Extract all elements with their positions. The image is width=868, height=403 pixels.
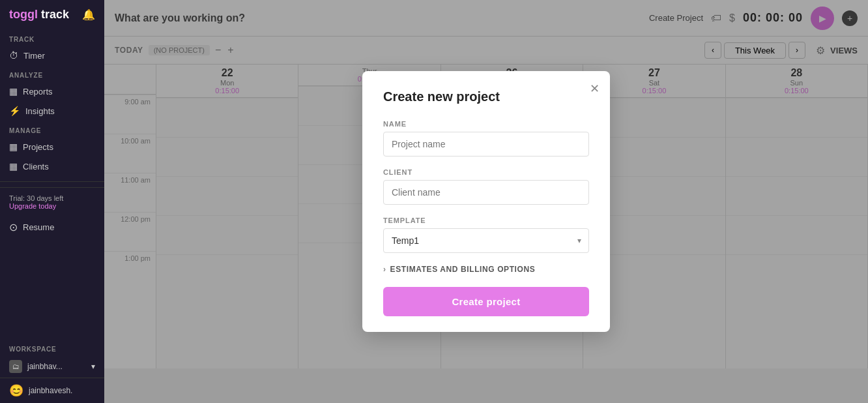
create-project-submit-button[interactable]: Create project <box>383 287 589 316</box>
bell-icon[interactable]: 🔔 <box>82 8 95 21</box>
sidebar-item-reports[interactable]: ▦ Reports <box>0 82 104 101</box>
upgrade-link[interactable]: Upgrade today <box>9 202 56 210</box>
sidebar-item-projects[interactable]: ▦ Projects <box>0 137 104 157</box>
workspace-section: WORKSPACE 🗂 jainbhav... ▾ 😊 jainbhavesh. <box>0 340 104 403</box>
workspace-icon: 🗂 <box>9 360 22 373</box>
trial-info: Trial: 30 days left Upgrade today <box>0 187 104 216</box>
project-name-input[interactable] <box>383 132 589 157</box>
chevron-right-icon: › <box>383 265 386 274</box>
resume-icon: ⊙ <box>9 221 18 233</box>
template-field-group: TEMPLATE Temp1 Temp2 None ▾ <box>383 216 589 253</box>
logo-track: track <box>41 8 69 21</box>
estimates-toggle[interactable]: › ESTIMATES AND BILLING OPTIONS <box>383 265 589 274</box>
sidebar: toggl track 🔔 TRACK ⏱ Timer ANALYZE ▦ Re… <box>0 0 104 403</box>
track-section-label: TRACK <box>0 29 104 46</box>
logo-area: toggl track 🔔 <box>0 0 104 29</box>
projects-icon: ▦ <box>9 142 18 152</box>
sidebar-item-insights-label: Insights <box>25 106 55 116</box>
template-select[interactable]: Temp1 Temp2 None <box>383 228 589 253</box>
workspace-label: WORKSPACE <box>0 340 104 355</box>
client-field-group: CLIENT <box>383 168 589 205</box>
modal-close-button[interactable]: ✕ <box>590 82 600 96</box>
reports-icon: ▦ <box>9 86 18 97</box>
timer-icon: ⏱ <box>9 50 18 61</box>
sidebar-item-reports-label: Reports <box>23 87 53 97</box>
trial-text: Trial: 30 days left <box>9 194 63 202</box>
sidebar-item-insights[interactable]: ⚡ Insights <box>0 101 104 121</box>
workspace-item[interactable]: 🗂 jainbhav... ▾ <box>0 355 104 378</box>
resume-label: Resume <box>23 222 54 232</box>
sidebar-item-projects-label: Projects <box>23 142 53 152</box>
sidebar-item-clients[interactable]: ▦ Clients <box>0 157 104 176</box>
modal-title: Create new project <box>383 89 589 104</box>
template-label: TEMPLATE <box>383 216 589 224</box>
manage-section-label: MANAGE <box>0 121 104 137</box>
sidebar-item-timer-label: Timer <box>23 51 45 61</box>
analyze-section-label: ANALYZE <box>0 65 104 82</box>
main-area: What are you working on? Create Project … <box>104 0 868 403</box>
client-name-input[interactable] <box>383 180 589 205</box>
workspace-chevron: ▾ <box>91 362 95 371</box>
sidebar-item-clients-label: Clients <box>23 162 49 172</box>
template-select-wrapper: Temp1 Temp2 None ▾ <box>383 228 589 253</box>
client-label: CLIENT <box>383 168 589 176</box>
insights-icon: ⚡ <box>9 106 20 116</box>
user-emoji: 😊 <box>9 383 23 398</box>
resume-item[interactable]: ⊙ Resume <box>0 216 104 238</box>
user-name: jainbhavesh. <box>29 386 72 395</box>
estimates-label: ESTIMATES AND BILLING OPTIONS <box>390 265 536 274</box>
logo-toggl: toggl <box>9 8 38 21</box>
user-row: 😊 jainbhavesh. <box>0 378 104 403</box>
name-field-group: NAME <box>383 120 589 157</box>
create-project-modal: Create new project ✕ NAME CLIENT TEMPLAT… <box>362 71 610 332</box>
sidebar-item-timer[interactable]: ⏱ Timer <box>0 46 104 65</box>
workspace-name: jainbhav... <box>27 362 63 371</box>
modal-overlay[interactable]: Create new project ✕ NAME CLIENT TEMPLAT… <box>104 0 868 403</box>
logo-text: toggl track <box>9 8 69 22</box>
clients-icon: ▦ <box>9 161 18 172</box>
name-label: NAME <box>383 120 589 128</box>
